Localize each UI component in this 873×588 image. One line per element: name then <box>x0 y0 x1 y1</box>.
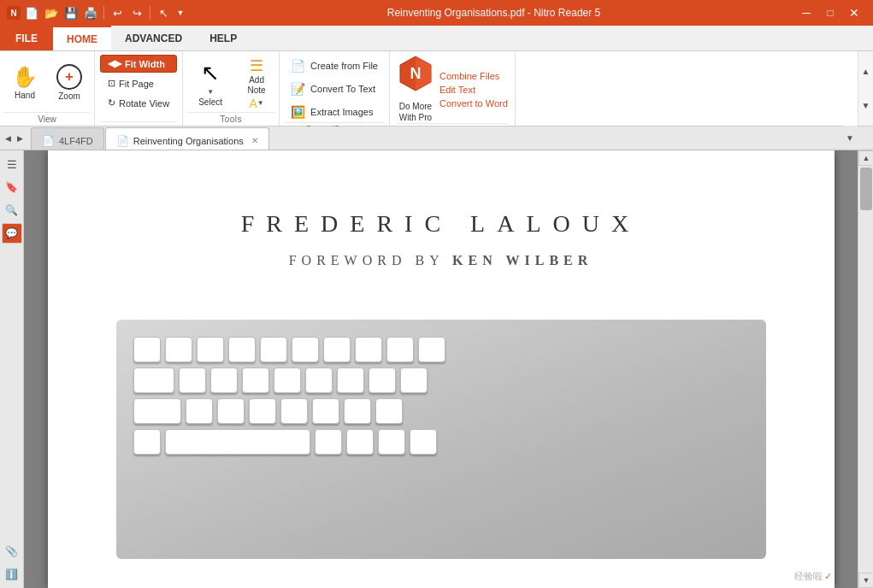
file-menu-tab[interactable]: FILE <box>0 26 53 50</box>
advanced-menu-tab[interactable]: ADVANCED <box>111 26 196 50</box>
create-from-file-button[interactable]: 📄 Create from File <box>285 56 384 76</box>
rotate-view-label: Rotate View <box>119 98 169 109</box>
save-button[interactable]: 💾 <box>62 4 80 21</box>
view-options-group-label <box>100 121 177 126</box>
fit-page-button[interactable]: ⊡ Fit Page <box>100 74 177 92</box>
select-dropdown-icon: ▼ <box>207 88 214 96</box>
tab-reinventing[interactable]: 📄 Reinventing Organisations ✕ <box>105 127 269 150</box>
fit-page-icon: ⊡ <box>108 78 115 89</box>
zoom-label: Zoom <box>58 91 80 101</box>
view-group-label: View <box>3 112 91 126</box>
home-menu-tab[interactable]: HOME <box>53 26 111 50</box>
hand-icon: ✋ <box>12 65 38 89</box>
pdf-area: FREDERIC LALOUX FOREWORD BY KEN WILBER <box>24 150 858 588</box>
extract-images-button[interactable]: 🖼️ Extract Images <box>285 102 384 122</box>
tab-scroll-right[interactable]: ▶ <box>15 132 26 144</box>
scroll-track[interactable] <box>858 166 873 573</box>
undo-button[interactable]: ↩ <box>109 4 126 21</box>
close-button[interactable]: ✕ <box>842 1 866 25</box>
redo-button[interactable]: ↪ <box>128 4 145 21</box>
ribbon-scroll-up[interactable]: ▲ <box>858 55 874 89</box>
tab-reinventing-label: Reinventing Organisations <box>133 136 244 146</box>
keyboard-image <box>116 320 766 559</box>
tools-group-label: tools <box>186 112 275 126</box>
pages-panel-button[interactable]: ☰ <box>2 154 22 174</box>
rotate-icon: ↻ <box>108 97 115 109</box>
fit-width-button[interactable]: ◀▶ Fit Width <box>100 55 177 73</box>
extract-icon: 🖼️ <box>291 105 305 119</box>
convert-to-text-button[interactable]: 📝 Convert To Text <box>285 79 384 99</box>
ribbon-scroll-down[interactable]: ▼ <box>858 89 874 123</box>
create-from-file-label: Create from File <box>310 61 378 71</box>
tab-4lf4fd-icon: 📄 <box>42 135 55 147</box>
pdf-author: FREDERIC LALOUX <box>116 210 766 238</box>
fit-width-label: Fit Width <box>125 59 165 69</box>
edit-highlight-button[interactable]: A ▼ <box>238 96 275 111</box>
new-file-button[interactable]: 📄 <box>23 4 40 21</box>
hand-tool-button[interactable]: ✋ Hand <box>3 56 46 109</box>
extract-images-label: Extract Images <box>310 107 373 117</box>
vertical-scrollbar[interactable]: ▲ ▼ <box>858 150 873 588</box>
pdf-page: FREDERIC LALOUX FOREWORD BY KEN WILBER <box>48 150 835 588</box>
help-menu-tab[interactable]: HELP <box>196 26 251 50</box>
bookmarks-panel-button[interactable]: 🔖 <box>2 177 22 197</box>
tab-reinventing-icon: 📄 <box>116 135 129 147</box>
tab-reinventing-close[interactable]: ✕ <box>251 136 258 145</box>
add-note-label: Add Note <box>248 75 266 96</box>
watermark: 经验啦 ✓ <box>794 570 832 583</box>
info-panel-button[interactable]: ℹ️ <box>2 564 22 585</box>
attach-panel-button[interactable]: 📎 <box>2 541 22 562</box>
combine-files-link[interactable]: Combine Files <box>439 71 508 81</box>
svg-text:N: N <box>410 65 421 82</box>
maximize-button[interactable]: □ <box>818 1 842 25</box>
fit-page-label: Fit Page <box>119 79 154 89</box>
convert-to-word-link[interactable]: Convert to Word <box>439 98 508 109</box>
zoom-icon: + <box>56 64 82 90</box>
window-title: Reinventing Organisations.pdf - Nitro Re… <box>193 7 794 19</box>
nitro-pro-icon: N <box>397 55 434 99</box>
add-note-button[interactable]: ☰ Add Note <box>238 58 275 94</box>
tab-list-button[interactable]: ▼ <box>846 133 854 143</box>
create-file-icon: 📄 <box>291 59 305 73</box>
rotate-view-button[interactable]: ↻ Rotate View <box>100 94 177 112</box>
watermark-text: 经验啦 <box>794 570 823 583</box>
minimize-button[interactable]: ─ <box>794 1 818 25</box>
tab-4lf4fd[interactable]: 📄 4LF4FD <box>31 127 104 150</box>
watermark-check: ✓ <box>824 571 832 582</box>
select-tool-button[interactable]: ↖ ▼ Select <box>186 56 234 109</box>
open-file-button[interactable]: 📂 <box>43 4 60 21</box>
tab-4lf4fd-label: 4LF4FD <box>59 136 93 146</box>
edit-text-link[interactable]: Edit Text <box>439 85 508 95</box>
print-button[interactable]: 🖨️ <box>82 4 99 21</box>
convert-to-text-label: Convert To Text <box>310 84 375 94</box>
comments-panel-button[interactable]: 💬 <box>2 223 22 244</box>
select-icon: ↖ <box>201 60 220 86</box>
edit-dropdown-icon: ▼ <box>257 99 264 107</box>
note-icon: ☰ <box>250 56 263 75</box>
scroll-down-button[interactable]: ▼ <box>858 573 873 588</box>
scroll-thumb[interactable] <box>860 168 872 210</box>
zoom-tool-button[interactable]: + Zoom <box>48 56 91 109</box>
fit-width-icon: ◀▶ <box>108 58 121 69</box>
highlight-icon: A <box>249 97 257 110</box>
scroll-up-button[interactable]: ▲ <box>858 150 873 166</box>
convert-text-icon: 📝 <box>291 82 305 96</box>
hand-label: Hand <box>15 91 35 100</box>
tab-scroll-left[interactable]: ◀ <box>3 132 14 144</box>
do-more-label: Do More With Pro <box>399 101 432 123</box>
pdf-foreword: FOREWORD BY KEN WILBER <box>116 253 766 268</box>
search-panel-button[interactable]: 🔍 <box>2 200 22 220</box>
select-label: Select <box>198 97 222 107</box>
pointer-dropdown[interactable]: ▼ <box>174 4 186 21</box>
app-icon: N <box>7 6 21 20</box>
pointer-button[interactable]: ↖ <box>155 4 172 21</box>
